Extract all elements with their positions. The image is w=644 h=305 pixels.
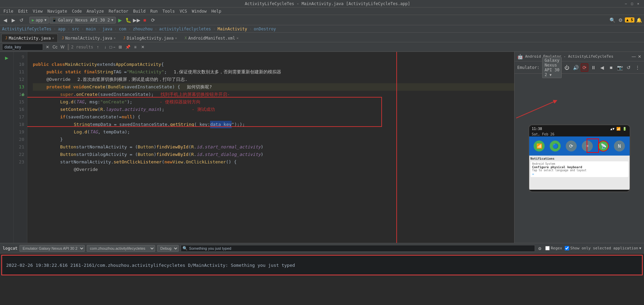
emu-stop-btn[interactable]: ■ [607,63,615,72]
close-button[interactable]: ✕ [637,2,641,6]
tab-normalactivity[interactable]: J NormalActivity.java ✕ [58,34,119,42]
logcat-search-input[interactable] [189,246,533,250]
minimize-button[interactable]: — [625,2,629,6]
tab-dialogactivity-close[interactable]: ✕ [175,36,177,40]
tab-dialogactivity[interactable]: J DialogActivity.java ✕ [119,34,181,42]
debug-button[interactable]: 🐛 [125,16,132,24]
search-everywhere-btn[interactable]: 🔍 [608,16,616,24]
nav-zhouzhou[interactable]: zhouzhou [133,27,153,31]
notif-action[interactable]: ⌨ [532,173,627,176]
qs-rotate-icon[interactable]: ⟳ [566,141,577,151]
nav-package[interactable]: activitylifeclycletes [159,27,211,31]
emu-power-btn[interactable]: ⏻ [563,63,571,72]
notif-item: Android System Configure physical keyboa… [531,161,628,177]
stop-button[interactable]: ■ [141,16,149,24]
code-line-20: } [33,136,514,143]
search-prev-btn[interactable]: ↑ [95,44,101,50]
emu-vol-down-btn[interactable]: ⏸ [590,63,597,72]
emulator-title-label: Android Emulator - ActivityLifeCycleTes [525,54,613,59]
search-matchcase-btn[interactable]: Cc [52,44,58,50]
nav-com[interactable]: com [119,27,126,31]
toolbar-back-btn[interactable]: ◀ [1,16,9,24]
search-replace-btn[interactable]: □→ [110,44,116,50]
run-button[interactable]: ▶ [117,16,124,24]
menu-code[interactable]: Code [70,8,84,14]
logcat-device-filter[interactable]: Emulator Galaxy Nexus API 30 2 [19,245,85,252]
phone-container: 11:38 ▲▼ 📶 🔋 Sat, Feb 26 📶 🔵 ⟳ ☀ 📡 N [515,74,644,243]
menu-build[interactable]: Build [131,8,148,14]
logcat-title: logcat [3,246,17,251]
logcat-package-filter[interactable]: com.zhouzhou.activitylifecycletes [87,245,155,252]
qs-data-icon[interactable]: 📡 [598,141,609,151]
menu-file[interactable]: File [1,8,15,14]
emulator-minimize-btn[interactable]: — [632,54,636,59]
breadcrumb-nav: ActivityLifeCycleTes › app › src › main … [0,25,644,33]
search-options-btn[interactable]: ≡ [132,44,138,50]
menu-navigate[interactable]: Navigate [45,8,69,14]
logcat-show-only-label: Show only selected application [570,246,638,250]
search-next-btn[interactable]: ↓ [102,44,108,50]
emu-reset-btn[interactable]: ↺ [625,63,632,72]
nav-main[interactable]: main [86,27,96,31]
sync-btn[interactable]: ⟳ [149,16,157,24]
emu-back-btn[interactable]: ◀ [599,63,606,72]
warning-badge[interactable]: ▲ 5 [625,17,634,23]
toolbar-forward-btn[interactable]: ▶ [10,16,17,24]
search-pin-btn[interactable]: 📌 [125,44,131,50]
menu-analyze[interactable]: Analyze [84,8,106,14]
search-input[interactable] [2,44,43,50]
emu-rotate-btn[interactable]: ⟳ [581,63,588,72]
search-close-btn[interactable]: ✕ [44,44,51,50]
menu-view[interactable]: View [31,8,45,14]
code-editor[interactable]: 9 10 11 12 13 ● 14 15 16 17 18 19 20 21 … [14,52,514,243]
menu-window[interactable]: Window [190,8,208,14]
qs-nfc-icon[interactable]: N [614,141,625,151]
menu-run[interactable]: Run [148,8,160,14]
search-wholeword-btn[interactable]: W [59,44,66,50]
run-config-selector[interactable]: ▶ app ▼ [29,17,49,24]
run-coverage-btn[interactable]: ▶▶ [133,16,140,24]
logcat-gear-btn[interactable]: ⚙ [537,245,543,252]
tab-manifest[interactable]: X AndroidManifest.xml ✕ [181,34,242,42]
maximize-button[interactable]: □ [631,2,635,6]
nav-java[interactable]: java [102,27,112,31]
xml-file-icon: X [184,36,187,40]
tab-normalactivity-close[interactable]: ✕ [113,36,115,40]
toolbar-recent-btn[interactable]: ↺ [18,16,25,24]
emulator-close-btn[interactable]: ✕ [638,54,641,59]
tab-mainactivity-close[interactable]: ✕ [52,36,54,40]
tab-mainactivity[interactable]: J MainActivity.java ✕ [1,34,58,42]
qs-bt-icon[interactable]: 🔵 [550,141,561,151]
qs-brightness-icon[interactable]: ☀ [582,141,593,151]
logcat-show-only-checkbox[interactable] [565,246,569,250]
search-close2-btn[interactable]: ✕ [140,44,146,50]
tab-manifest-close[interactable]: ✕ [236,36,238,40]
emu-screenshot-btn[interactable]: 📷 [616,63,624,72]
code-content[interactable]: public class MainActivity extends AppCom… [27,52,514,243]
emu-vol-up-btn[interactable]: 🔊 [572,63,579,72]
logcat-level-filter[interactable]: Debug [157,245,179,252]
notification-btn[interactable]: 🔔 [635,16,643,24]
search-filter-btn[interactable]: ⊞ [117,44,123,50]
device-label: Galaxy Nexus API 30 2 [58,18,110,23]
logcat-panel: logcat Emulator Galaxy Nexus API 30 2 co… [0,243,644,280]
nav-ondestroy[interactable]: onDestroy [254,27,276,31]
qs-wifi-icon[interactable]: 📶 [534,141,545,151]
emu-more-btn[interactable]: ⋮ [634,63,641,72]
nav-app[interactable]: app [58,27,66,31]
gutter-run-icon[interactable]: ▶ [2,53,11,62]
nav-mainactivity[interactable]: MainActivity [218,27,247,31]
menu-refactor[interactable]: Refactor [107,8,131,14]
window-controls[interactable]: — □ ✕ [625,2,641,6]
left-gutter: ▶ [0,52,14,243]
nav-src[interactable]: src [72,27,80,31]
nav-project[interactable]: ActivityLifeCycleTes [2,27,52,31]
menu-edit[interactable]: Edit [16,8,30,14]
settings-btn[interactable]: ⚙ [617,16,624,24]
menu-tools[interactable]: Tools [161,8,177,14]
device-selector[interactable]: 📱 Galaxy Nexus API 30 2 ▼ [50,17,116,24]
menu-help[interactable]: Help [209,8,223,14]
code-line-14: super.onCreate(savedInstanceState); 找到手机… [33,91,514,98]
menu-vcs[interactable]: VCS [178,8,189,14]
logcat-regex-checkbox[interactable] [545,246,550,250]
